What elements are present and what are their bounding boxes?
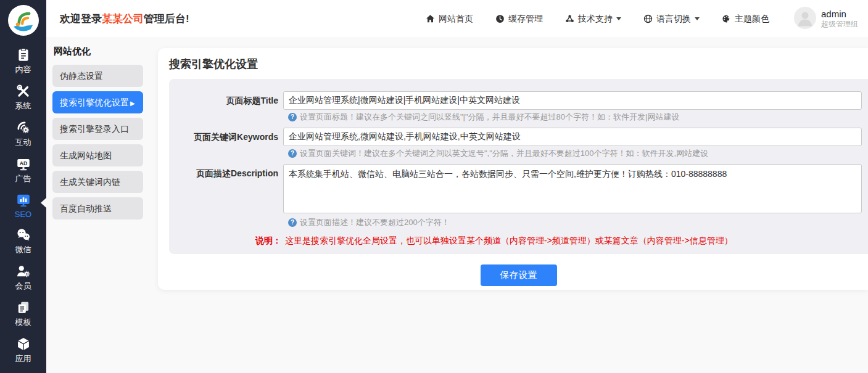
chevron-down-icon <box>616 17 621 23</box>
user-role: 超级管理组 <box>821 20 858 29</box>
user-name: admin <box>821 9 858 20</box>
home-icon <box>426 14 435 23</box>
submenu-title: 网站优化 <box>54 46 143 57</box>
wechat-icon <box>15 227 31 243</box>
sidebar-item-label: SEO <box>15 210 31 219</box>
welcome-prefix: 欢迎登录 <box>60 13 102 25</box>
app-root: 内容 系统 互动 <box>0 0 868 373</box>
nav-label: 缓存管理 <box>508 14 543 25</box>
sidebar-item-ads[interactable]: AD 广告 <box>0 156 46 184</box>
title-input[interactable] <box>283 91 862 110</box>
submenu-item-pseudo-static[interactable]: 伪静态设置 <box>52 65 143 87</box>
keywords-hint: ? 设置页面关键词！建议在多个关键词之间以英文逗号","分隔，并且最好不要超过1… <box>288 148 862 159</box>
avatar <box>794 7 816 31</box>
member-icon <box>15 263 31 279</box>
sidebar-item-templates[interactable]: 模板 <box>0 300 46 328</box>
page-title: 搜索引擎优化设置 <box>169 57 868 72</box>
submenu-item-label: 搜索引擎登录入口 <box>60 124 129 134</box>
keywords-field-label: 页面关键词Keywords <box>169 128 283 146</box>
submenu-item-search-engine-login[interactable]: 搜索引擎登录入口 <box>52 118 143 140</box>
active-arrow-icon: ▶ <box>130 100 135 107</box>
nav-site-home[interactable]: 网站首页 <box>426 14 473 25</box>
globe-icon <box>643 14 653 23</box>
sidebar-item-label: 互动 <box>15 137 31 148</box>
nav-theme-color[interactable]: 主题颜色 <box>722 14 769 25</box>
help-icon: ? <box>288 113 297 121</box>
support-icon <box>565 14 574 23</box>
seo-settings-card: 搜索引擎优化设置 页面标题Title ? 设置页面标题！建议在多个关键词之间以竖… <box>158 48 868 290</box>
interaction-icon <box>15 120 31 136</box>
welcome-suffix: 管理后台! <box>144 13 189 25</box>
primary-sidebar: 内容 系统 互动 <box>0 0 46 373</box>
sidebar-item-label: 应用 <box>15 353 31 364</box>
hint-text: 设置页面描述！建议不要超过200个字符！ <box>300 217 450 228</box>
secondary-sidebar: 网站优化 伪静态设置 搜索引擎优化设置▶ 搜索引擎登录入口 生成网站地图 生成关… <box>46 38 153 373</box>
submenu-item-label: 伪静态设置 <box>60 71 103 81</box>
submenu-item-label: 搜索引擎优化设置 <box>60 97 129 107</box>
content-icon <box>15 47 31 63</box>
submenu-item-keyword-links[interactable]: 生成关键词内链 <box>52 171 143 193</box>
submenu-item-baidu-push[interactable]: 百度自动推送 <box>52 197 143 219</box>
active-pointer <box>41 198 46 208</box>
top-nav: 网站首页 缓存管理 技术支持 <box>426 7 858 31</box>
submenu-item-sitemap[interactable]: 生成网站地图 <box>52 144 143 166</box>
sidebar-item-seo[interactable]: SEO <box>0 192 46 219</box>
sidebar-item-interaction[interactable]: 互动 <box>0 120 46 148</box>
form-note: 说明：这里是搜索引擎优化全局设置，也可以单独设置某个频道（内容管理->频道管理）… <box>255 236 862 247</box>
sidebar-item-content[interactable]: 内容 <box>0 47 46 75</box>
help-icon: ? <box>288 149 297 158</box>
seo-form-panel: 页面标题Title ? 设置页面标题！建议在多个关键词之间以竖线"|"分隔，并且… <box>169 79 868 254</box>
svg-text:AD: AD <box>19 160 27 166</box>
form-row-keywords: 页面关键词Keywords <box>169 128 862 146</box>
company-name: 某某公司 <box>102 13 144 25</box>
sidebar-item-apps[interactable]: 应用 <box>0 336 46 364</box>
note-text: 这里是搜索引擎优化全局设置，也可以单独设置某个频道（内容管理->频道管理）或某篇… <box>285 236 733 245</box>
system-icon <box>15 83 31 99</box>
welcome-title: 欢迎登录某某公司管理后台! <box>60 12 189 26</box>
hint-text: 设置页面关键词！建议在多个关键词之间以英文逗号","分隔，并且最好不要超过100… <box>300 148 708 159</box>
submenu-item-label: 生成关键词内链 <box>60 177 120 187</box>
sidebar-item-label: 广告 <box>15 173 31 184</box>
nav-tech-support[interactable]: 技术支持 <box>565 14 621 25</box>
sidebar-item-label: 内容 <box>15 64 31 75</box>
sidebar-item-label: 会员 <box>15 281 31 292</box>
submenu-item-label: 百度自动推送 <box>60 203 112 213</box>
logo-icon <box>10 6 37 35</box>
palette-icon <box>722 14 731 23</box>
save-settings-button[interactable]: 保存设置 <box>481 264 557 286</box>
nav-label: 语言切换 <box>656 14 691 25</box>
app-icon <box>15 336 31 352</box>
sidebar-item-label: 模板 <box>15 317 31 328</box>
sidebar-item-label: 微信 <box>15 244 31 255</box>
clock-icon <box>495 14 505 23</box>
top-header: 欢迎登录某某公司管理后台! 网站首页 缓存管理 <box>46 0 868 38</box>
ad-icon: AD <box>15 156 31 172</box>
note-label: 说明： <box>255 236 281 245</box>
nav-language-switch[interactable]: 语言切换 <box>643 14 700 25</box>
nav-label: 主题颜色 <box>735 14 769 25</box>
app-logo[interactable] <box>8 5 39 36</box>
sidebar-item-members[interactable]: 会员 <box>0 263 46 292</box>
seo-icon <box>15 192 31 208</box>
nav-label: 网站首页 <box>439 14 473 25</box>
sidebar-item-system[interactable]: 系统 <box>0 83 46 112</box>
keywords-input[interactable] <box>283 128 862 146</box>
description-hint: ? 设置页面描述！建议不要超过200个字符！ <box>288 217 862 228</box>
nav-cache-manage[interactable]: 缓存管理 <box>495 14 543 25</box>
submenu-item-seo-settings[interactable]: 搜索引擎优化设置▶ <box>52 91 143 113</box>
form-row-description: 页面描述Description 本系统集手机站、微信站、电脑站三站合一，各站数据… <box>169 164 862 215</box>
help-icon: ? <box>288 218 297 227</box>
submenu-item-label: 生成网站地图 <box>60 150 112 160</box>
user-menu[interactable]: admin 超级管理组 <box>794 7 858 31</box>
nav-label: 技术支持 <box>578 14 613 25</box>
description-textarea[interactable]: 本系统集手机站、微信站、电脑站三站合一，各站数据同步、只需一个空间,维护更方便！… <box>283 164 862 213</box>
main-area: 搜索引擎优化设置 页面标题Title ? 设置页面标题！建议在多个关键词之间以竖… <box>153 38 868 373</box>
form-row-title: 页面标题Title <box>169 91 862 110</box>
sidebar-item-label: 系统 <box>15 100 31 112</box>
sidebar-item-wechat[interactable]: 微信 <box>0 227 46 255</box>
title-field-label: 页面标题Title <box>169 91 283 110</box>
chevron-down-icon <box>695 17 700 23</box>
template-icon <box>15 300 31 316</box>
title-hint: ? 设置页面标题！建议在多个关键词之间以竖线"|"分隔，并且最好不要超过80个字… <box>288 112 862 123</box>
description-field-label: 页面描述Description <box>169 164 283 215</box>
